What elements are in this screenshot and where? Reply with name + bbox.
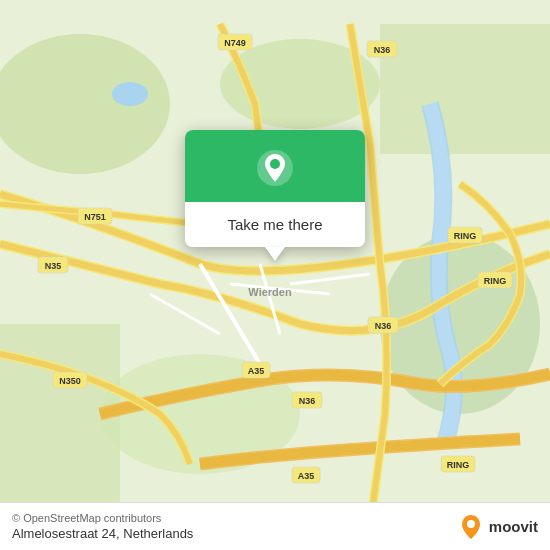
bottom-bar: © OpenStreetMap contributors Almelosestr… (0, 502, 550, 550)
moovit-text: moovit (489, 518, 538, 535)
svg-text:RING: RING (484, 276, 507, 286)
popup-card: Take me there (185, 130, 365, 247)
moovit-logo: moovit (457, 513, 538, 541)
address-line: Almelosestraat 24, Netherlands (12, 526, 193, 541)
svg-text:N350: N350 (59, 376, 81, 386)
svg-text:N749: N749 (224, 38, 246, 48)
take-me-there-button[interactable]: Take me there (185, 202, 365, 247)
svg-text:A35: A35 (298, 471, 315, 481)
svg-text:N35: N35 (45, 261, 62, 271)
moovit-logo-icon (457, 513, 485, 541)
svg-text:RING: RING (454, 231, 477, 241)
osm-attribution: © OpenStreetMap contributors (12, 512, 193, 524)
svg-point-40 (467, 520, 475, 528)
svg-rect-3 (380, 24, 550, 154)
svg-point-7 (112, 82, 148, 106)
svg-text:RING: RING (447, 460, 470, 470)
svg-text:N36: N36 (374, 45, 391, 55)
svg-text:N751: N751 (84, 212, 106, 222)
location-pin-icon (255, 148, 295, 188)
popup-tail (265, 247, 285, 261)
svg-point-39 (270, 159, 280, 169)
svg-text:N36: N36 (299, 396, 316, 406)
map-container: N749 N36 N751 N35 RING RING N36 A35 N36 … (0, 0, 550, 550)
svg-text:Wierden: Wierden (248, 286, 292, 298)
svg-text:A35: A35 (248, 366, 265, 376)
svg-text:N36: N36 (375, 321, 392, 331)
popup-pin-area (185, 130, 365, 202)
